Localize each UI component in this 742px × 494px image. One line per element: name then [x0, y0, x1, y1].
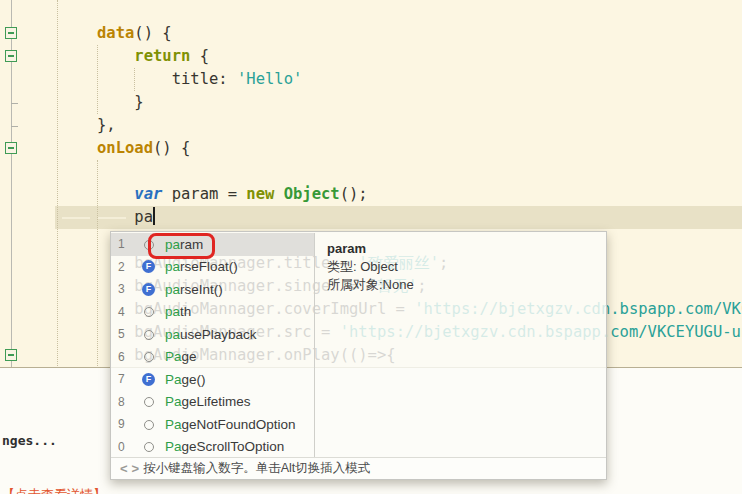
code-token-pl: }, [97, 116, 116, 134]
text-cursor [153, 207, 155, 225]
whitespace-marker [62, 217, 90, 219]
autocomplete-item-parseInt[interactable]: 3FparseInt() [111, 278, 314, 301]
code-line[interactable]: }, [97, 114, 742, 137]
variable-icon [142, 305, 155, 318]
code-token-fn: data [97, 24, 134, 42]
item-shortcut-number: 6 [118, 350, 133, 364]
variable-icon [142, 395, 155, 408]
gutter-separator [57, 0, 58, 368]
item-shortcut-number: 1 [118, 237, 133, 251]
item-shortcut-number: 4 [118, 305, 133, 319]
variable-icon [142, 440, 155, 453]
code-line-current[interactable]: pa [97, 206, 742, 229]
autocomplete-item-PageLifetimes[interactable]: 8PageLifetimes [111, 391, 314, 414]
code-token-pl [97, 47, 134, 65]
popup-divider [314, 233, 315, 459]
code-token-var: var [134, 185, 162, 203]
code-token-pl: () { [153, 139, 190, 157]
fold-end-tick [11, 103, 18, 104]
autocomplete-item-path[interactable]: 4path [111, 301, 314, 324]
code-token-pl: title: [97, 70, 237, 88]
console-output-text: nges... [2, 433, 57, 448]
code-token-fn: onLoad [97, 139, 153, 157]
code-token-kw: new [246, 185, 274, 203]
footer-hint-text: 按小键盘输入数字。单击Alt切换插入模式 [143, 460, 370, 477]
autocomplete-footer: < > 按小键盘输入数字。单击Alt切换插入模式 [111, 457, 606, 479]
next-page-icon[interactable]: > [132, 461, 140, 476]
code-token-pl: () { [134, 24, 171, 42]
item-label: param [165, 237, 203, 252]
item-label: PageScrollToOption [165, 439, 284, 454]
autocomplete-item-param[interactable]: 1param [111, 233, 314, 256]
item-label: PageLifetimes [165, 394, 251, 409]
variable-icon [142, 328, 155, 341]
item-shortcut-number: 3 [118, 282, 133, 296]
code-token-type: Object [284, 185, 340, 203]
prev-page-icon[interactable]: < [120, 461, 128, 476]
autocomplete-item-parseFloat[interactable]: 2FparseFloat() [111, 256, 314, 279]
item-shortcut-number: 0 [118, 440, 133, 454]
variable-icon [142, 350, 155, 363]
item-label: parseInt() [165, 282, 223, 297]
function-icon: F [142, 373, 155, 386]
code-token-pl [274, 185, 283, 203]
code-line[interactable]: title: 'Hello' [97, 68, 742, 91]
item-label: PageNotFoundOption [165, 417, 296, 432]
fold-end-tick [11, 126, 18, 127]
code-token-pl: { [190, 47, 209, 65]
code-token-pl: (); [340, 185, 368, 203]
doc-owner-line: 所属对象:None [327, 276, 414, 294]
item-label: pausePlayback [165, 327, 257, 342]
variable-icon [142, 238, 155, 251]
autocomplete-list: 1param2FparseFloat()3FparseInt()4path5pa… [111, 233, 314, 458]
fold-collapse-icon[interactable] [5, 50, 17, 62]
code-token-pl: pa [97, 208, 153, 226]
item-label: Page [165, 349, 197, 364]
code-token-str: 'Hello' [237, 70, 302, 88]
function-icon: F [142, 283, 155, 296]
code-line[interactable]: data() { [97, 22, 742, 45]
autocomplete-item-Page[interactable]: 6Page [111, 346, 314, 369]
item-shortcut-number: 7 [118, 372, 133, 386]
code-token-kw: return [134, 47, 190, 65]
function-icon: F [142, 260, 155, 273]
code-line[interactable] [97, 160, 742, 183]
code-token-pl: param = [162, 185, 246, 203]
doc-type-line: 类型: Object [327, 258, 414, 276]
autocomplete-item-PageNotFoundOption[interactable]: 9PageNotFoundOption [111, 413, 314, 436]
item-label: Page() [165, 372, 206, 387]
code-line[interactable]: return { [97, 45, 742, 68]
code-token-pl: } [97, 93, 144, 111]
fold-collapse-icon[interactable] [5, 142, 17, 154]
item-label: parseFloat() [165, 259, 238, 274]
variable-icon [142, 418, 155, 431]
autocomplete-popup: 1param2FparseFloat()3FparseInt()4path5pa… [110, 231, 607, 480]
autocomplete-item-Page[interactable]: 7FPage() [111, 368, 314, 391]
item-shortcut-number: 5 [118, 327, 133, 341]
item-shortcut-number: 9 [118, 417, 133, 431]
code-token-pl [97, 185, 134, 203]
fold-collapse-icon[interactable] [5, 27, 17, 39]
doc-symbol-name: param [327, 240, 414, 258]
code-line[interactable]: var param = new Object(); [97, 183, 742, 206]
item-label: path [165, 304, 191, 319]
autocomplete-item-pausePlayback[interactable]: 5pausePlayback [111, 323, 314, 346]
item-shortcut-number: 2 [118, 260, 133, 274]
code-editor-window: data() { return { title: 'Hello' }},onLo… [0, 0, 742, 494]
code-line[interactable]: } [97, 91, 742, 114]
item-shortcut-number: 8 [118, 395, 133, 409]
code-line[interactable]: onLoad() { [97, 137, 742, 160]
autocomplete-item-PageScrollToOption[interactable]: 0PageScrollToOption [111, 436, 314, 459]
console-detail-link[interactable]: 【点击查看详情】 [2, 486, 106, 494]
autocomplete-doc-panel: param 类型: Object 所属对象:None [327, 240, 414, 294]
fold-collapse-icon[interactable] [5, 349, 17, 361]
